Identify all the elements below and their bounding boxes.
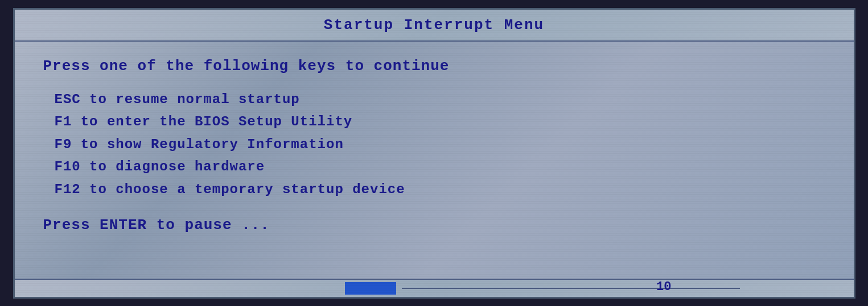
scrollbar-line [402, 288, 740, 289]
page-number: 10 [656, 280, 671, 294]
title-bar: Startup Interrupt Menu [15, 10, 854, 42]
menu-item-f10: F10 to diagnose hardware [55, 156, 825, 178]
main-instruction: Press one of the following keys to conti… [43, 58, 825, 75]
menu-items-list: ESC to resume normal startup F1 to enter… [55, 88, 825, 201]
bottom-bar: 10 [15, 279, 854, 297]
enter-instruction: Press ENTER to pause ... [43, 217, 825, 234]
scrollbar-thumb[interactable] [345, 282, 396, 295]
menu-item-f12: F12 to choose a temporary startup device [55, 178, 825, 201]
screen-title: Startup Interrupt Menu [324, 17, 544, 34]
menu-item-esc: ESC to resume normal startup [55, 88, 825, 111]
menu-item-f1: F1 to enter the BIOS Setup Utility [55, 111, 825, 133]
menu-item-f9: F9 to show Regulatory Information [55, 133, 825, 156]
content-area: Press one of the following keys to conti… [15, 42, 854, 279]
bios-screen: Startup Interrupt Menu Press one of the … [13, 8, 855, 299]
